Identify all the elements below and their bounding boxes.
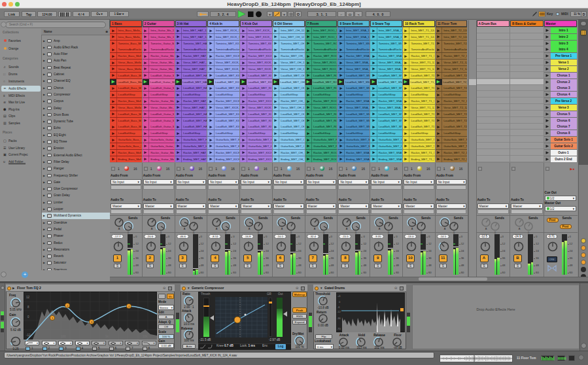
- svg-text:-70: -70: [337, 327, 341, 330]
- svg-text:A: A: [485, 227, 487, 230]
- svg-text:-12: -12: [337, 310, 341, 313]
- svg-text:A: A: [183, 227, 185, 230]
- svg-text:A: A: [346, 227, 348, 230]
- svg-text:8: 8: [27, 305, 29, 309]
- svg-text:-36: -36: [337, 317, 341, 320]
- svg-text:A: A: [118, 227, 120, 230]
- svg-text:A: A: [313, 227, 315, 230]
- svg-text:A: A: [379, 227, 381, 230]
- svg-text:A: A: [216, 227, 218, 230]
- svg-text:A: A: [411, 227, 413, 230]
- svg-text:0: 0: [27, 315, 29, 319]
- svg-text:A: A: [443, 227, 445, 230]
- svg-text:A: A: [249, 227, 251, 230]
- svg-text:12: 12: [26, 296, 30, 299]
- svg-text:A: A: [281, 227, 283, 230]
- svg-text:A: A: [150, 227, 152, 230]
- svg-text:0: 0: [339, 300, 341, 304]
- svg-text:-6: -6: [337, 305, 340, 309]
- svg-text:+6: +6: [337, 294, 341, 298]
- svg-text:A: A: [519, 227, 521, 230]
